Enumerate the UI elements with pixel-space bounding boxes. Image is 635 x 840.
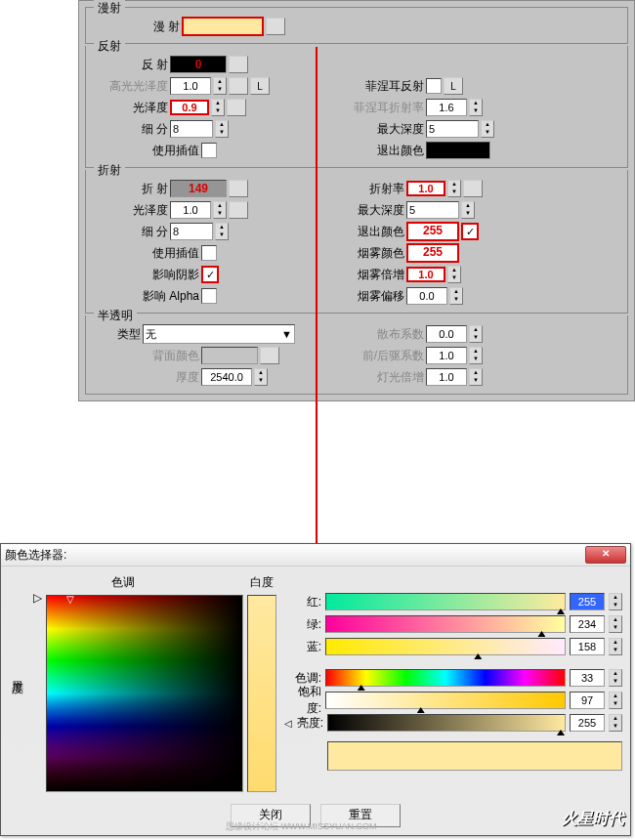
refr-interp-checkbox[interactable] <box>201 245 217 261</box>
backcolor-swatch[interactable] <box>201 347 258 364</box>
refr-exitcolor-checkbox[interactable]: ✓ <box>461 223 479 240</box>
hue-slider[interactable] <box>325 669 566 687</box>
hue-gradient[interactable]: ▽ <box>46 595 243 792</box>
red-value[interactable]: 255 <box>570 593 605 610</box>
spinner[interactable]: ▲▼ <box>481 120 494 138</box>
refr-gloss-input[interactable] <box>170 201 211 219</box>
spinner[interactable]: ▲▼ <box>211 99 225 116</box>
fogbias-input[interactable] <box>406 287 447 305</box>
spinner[interactable]: ▲▼ <box>449 287 463 305</box>
sat-value[interactable]: 97 <box>570 692 605 709</box>
gloss-map-button[interactable] <box>227 99 246 116</box>
reflect-swatch[interactable]: 0 <box>170 56 227 73</box>
material-panel: 漫射 漫 射 反射 反 射 0 高光光泽度 ▲▼ L <box>78 0 635 401</box>
shadows-checkbox[interactable]: ✓ <box>201 266 219 283</box>
spinner[interactable]: ▲▼ <box>215 223 229 240</box>
refr-gloss-map-button[interactable] <box>229 201 248 219</box>
refraction-group: 折射 折 射 149 光泽度 ▲▼ 细 分 ▲▼ <box>85 170 628 314</box>
spinner[interactable]: ▲▼ <box>213 77 227 95</box>
refraction-title: 折射 <box>94 162 125 179</box>
green-slider[interactable] <box>325 615 566 633</box>
fresnel-lock-button[interactable]: L <box>444 77 463 95</box>
thickness-input[interactable] <box>201 368 252 386</box>
spinner[interactable]: ▲▼ <box>254 368 268 386</box>
spinner[interactable]: ▲▼ <box>461 201 475 219</box>
refract-swatch[interactable]: 149 <box>170 180 227 197</box>
scatter-input[interactable] <box>426 325 467 343</box>
fresnel-checkbox[interactable] <box>426 78 442 94</box>
spinner[interactable]: ▲▼ <box>609 615 622 633</box>
picker-marker-icon: ▽ <box>66 594 74 605</box>
interp-checkbox[interactable] <box>201 143 217 158</box>
lightmult-label: 灯光倍增 <box>346 369 424 386</box>
diffuse-title: 漫射 <box>94 0 125 17</box>
spinner[interactable]: ▲▼ <box>469 347 483 364</box>
red-label: 红: <box>284 594 321 610</box>
watermark-logo: 火星时代 <box>562 809 624 829</box>
spinner[interactable]: ▲▼ <box>609 692 622 709</box>
refract-map-button[interactable] <box>229 180 248 197</box>
spinner[interactable]: ▲▼ <box>609 638 622 655</box>
diffuse-swatch[interactable] <box>182 17 264 36</box>
gloss-hi-input[interactable] <box>170 77 211 95</box>
thickness-label: 厚度 <box>92 369 199 386</box>
spinner[interactable]: ▲▼ <box>469 99 483 116</box>
spinner[interactable]: ▲▼ <box>447 180 461 197</box>
close-icon[interactable]: ✕ <box>585 546 626 564</box>
fogcolor-swatch[interactable]: 255 <box>406 243 459 263</box>
diffuse-group: 漫射 漫 射 <box>85 7 628 44</box>
spinner[interactable]: ▲▼ <box>213 201 227 219</box>
lightmult-input[interactable] <box>426 368 467 386</box>
refr-exitcolor-swatch[interactable]: 255 <box>406 222 459 241</box>
ior-map-button[interactable] <box>463 180 483 197</box>
ior-input[interactable] <box>406 181 445 196</box>
reflect-label: 反 射 <box>92 57 168 73</box>
whiteness-label: 白度 <box>250 574 274 591</box>
red-slider[interactable] <box>325 593 566 610</box>
triangle-left-icon: ◁ <box>284 718 292 729</box>
spinner[interactable]: ▲▼ <box>609 714 622 732</box>
diffuse-map-button[interactable] <box>266 18 285 35</box>
spinner[interactable]: ▲▼ <box>215 120 229 138</box>
gloss-hi-label: 高光光泽度 <box>92 78 168 95</box>
subdiv-input[interactable] <box>170 120 213 138</box>
gloss-lock-button[interactable]: L <box>250 77 270 95</box>
picker-triangle-icon[interactable]: ▷ <box>33 591 42 605</box>
reflect-map-button[interactable] <box>229 56 248 73</box>
spinner[interactable]: ▲▼ <box>609 593 622 610</box>
spinner[interactable]: ▲▼ <box>447 266 461 283</box>
fwdback-input[interactable] <box>426 347 467 364</box>
blue-value[interactable]: 158 <box>570 638 605 655</box>
refract-label: 折 射 <box>92 181 168 197</box>
type-label: 类型 <box>92 326 141 343</box>
bri-value[interactable]: 255 <box>570 714 605 732</box>
refr-subdiv-input[interactable] <box>170 223 213 240</box>
picker-title: 颜色选择器: <box>5 547 66 564</box>
exitcolor-swatch[interactable] <box>426 142 490 159</box>
spinner[interactable]: ▲▼ <box>469 325 483 343</box>
fwdback-label: 前/后驱系数 <box>346 348 424 364</box>
watermark-text: 思缘设计论坛 WWW.MISSYUAN.COM <box>226 820 377 833</box>
backcolor-map-button[interactable] <box>260 347 279 364</box>
gloss-input[interactable] <box>170 100 209 115</box>
fresnel-label: 菲涅耳反射 <box>346 78 424 95</box>
blue-slider[interactable] <box>325 638 566 655</box>
titlebar: 颜色选择器: ✕ <box>1 544 630 567</box>
gloss-hi-map-button[interactable] <box>229 77 248 95</box>
fresnel-ior-input[interactable] <box>426 99 467 116</box>
maxdepth-input[interactable] <box>426 120 479 138</box>
hue-value[interactable]: 33 <box>570 669 605 687</box>
type-select[interactable]: 无▼ <box>143 324 295 344</box>
sat-slider[interactable] <box>325 692 566 709</box>
bri-slider[interactable] <box>327 714 566 732</box>
bri-label: 亮度: <box>296 715 323 732</box>
fogmult-input[interactable] <box>406 267 445 282</box>
spinner[interactable]: ▲▼ <box>609 669 622 687</box>
green-value[interactable]: 234 <box>570 615 605 633</box>
refr-gloss-label: 光泽度 <box>92 202 168 219</box>
alpha-checkbox[interactable] <box>201 288 217 304</box>
fogbias-label: 烟雾偏移 <box>346 288 404 305</box>
refr-maxdepth-input[interactable] <box>406 201 459 219</box>
whiteness-bar[interactable] <box>247 595 276 792</box>
spinner[interactable]: ▲▼ <box>469 368 483 386</box>
